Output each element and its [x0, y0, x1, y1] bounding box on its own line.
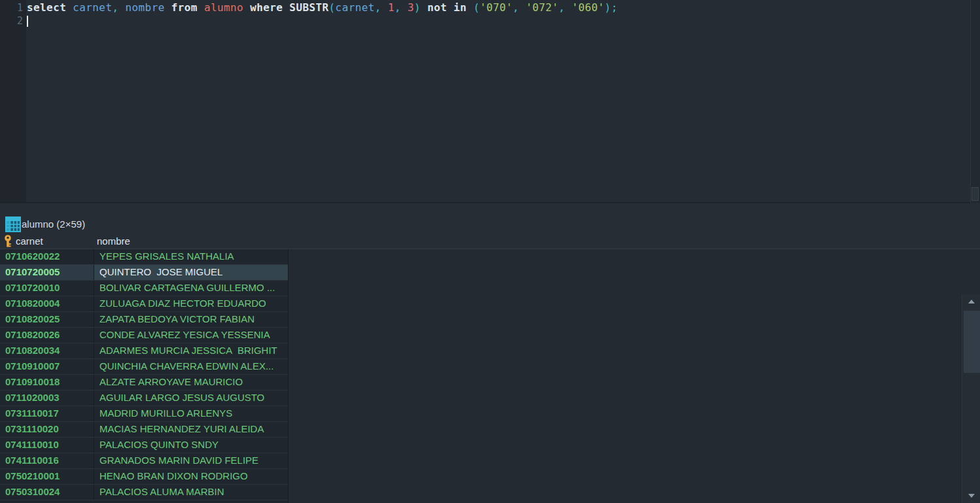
table-row[interactable]: 0710620022YEPES GRISALES NATHALIA	[0, 249, 288, 265]
editor-code-area[interactable]: select carnet, nombre from alumno where …	[26, 0, 980, 202]
sql-token-kw: from	[165, 1, 204, 14]
text-cursor	[27, 16, 28, 27]
cell-nombre[interactable]: MADRID MURILLO ARLENYS	[94, 406, 288, 421]
table-row[interactable]: 0710820025ZAPATA BEDOYA VICTOR FABIAN	[0, 312, 288, 328]
cell-nombre[interactable]: QUINTERO JOSE MIGUEL	[94, 265, 288, 280]
cell-nombre[interactable]: ZULUAGA DIAZ HECTOR EDUARDO	[94, 296, 288, 311]
column-header-nombre[interactable]: nombre	[94, 233, 288, 249]
cell-nombre[interactable]: PALACIOS ALUMA MARBIN	[94, 485, 288, 500]
results-panel: alumno (2×59) carnet nombre 0710620022YE…	[0, 203, 980, 503]
cell-nombre[interactable]: AGUILAR LARGO JESUS AUGUSTO	[94, 390, 288, 406]
sql-token-p: ,	[375, 1, 388, 14]
table-row[interactable]: 0731110017MADRID MURILLO ARLENYS	[0, 406, 288, 422]
sql-token-tbl: alumno	[204, 1, 243, 14]
cell-carnet[interactable]: 0741110010	[0, 438, 94, 453]
cell-nombre[interactable]: HENAO BRAN DIXON RODRIGO	[94, 469, 288, 484]
sql-token-kw: SUBSTR	[289, 1, 328, 14]
editor-scrollbar-thumb[interactable]	[971, 187, 979, 201]
cell-carnet[interactable]: 0710910018	[0, 375, 94, 390]
results-vertical-scrollbar[interactable]	[962, 294, 980, 503]
scroll-down-arrow[interactable]	[962, 489, 980, 503]
cell-carnet[interactable]: 0710820034	[0, 343, 94, 358]
grid-rows: 0710620022YEPES GRISALES NATHALIA0710720…	[0, 249, 289, 503]
table-row[interactable]: 0731110020MACIAS HERNANDEZ YURI ALEIDA	[0, 422, 288, 438]
cell-nombre[interactable]: QUINCHIA CHAVERRA EDWIN ALEX...	[94, 359, 288, 374]
table-grid-icon	[5, 217, 21, 232]
cell-nombre[interactable]: YEPES GRISALES NATHALIA	[94, 249, 288, 264]
column-header-carnet-label: carnet	[16, 235, 43, 247]
column-header-carnet[interactable]: carnet	[0, 233, 94, 249]
sql-token-p: ,	[112, 1, 125, 14]
sql-token-id: carnet	[336, 1, 375, 14]
table-row[interactable]: 0710720010BOLIVAR CARTAGENA GUILLERMO ..…	[0, 281, 288, 296]
column-header-nombre-label: nombre	[97, 235, 130, 247]
cell-nombre[interactable]: PALACIOS QUINTO SNDY	[94, 438, 288, 453]
grid-column-headers: carnet nombre	[0, 233, 980, 249]
table-row[interactable]: 0710910007QUINCHIA CHAVERRA EDWIN ALEX..…	[0, 359, 288, 375]
sql-token-kw: select	[27, 1, 73, 14]
cell-carnet[interactable]: 0750310024	[0, 485, 94, 500]
cell-nombre[interactable]: CONDE ALVAREZ YESICA YESSENIA	[94, 328, 288, 343]
sql-client-window: 12 select carnet, nombre from alumno whe…	[0, 0, 980, 503]
editor-gutter: 12	[0, 0, 26, 202]
code-line[interactable]	[27, 14, 980, 27]
cell-carnet[interactable]: 0710720005	[0, 265, 94, 280]
sql-token-kw: where	[243, 1, 289, 14]
sql-token-id: carnet	[73, 1, 112, 14]
sql-token-str: '060'	[572, 1, 604, 14]
table-row[interactable]: 0750210001HENAO BRAN DIXON RODRIGO	[0, 469, 288, 485]
cell-carnet[interactable]: 0731110020	[0, 422, 94, 437]
table-row[interactable]: 0710820034ADARMES MURCIA JESSICA BRIGHIT	[0, 343, 288, 359]
primary-key-icon	[3, 235, 12, 247]
cell-nombre[interactable]: ALZATE ARROYAVE MAURICIO	[94, 375, 288, 390]
cell-carnet[interactable]: 0750210001	[0, 469, 94, 484]
sql-token-p: )	[414, 1, 427, 14]
line-number: 1	[0, 1, 23, 14]
sql-token-p: ,	[394, 1, 408, 14]
editor-scrollbar[interactable]	[970, 0, 980, 203]
table-row[interactable]: 0710820026CONDE ALVAREZ YESICA YESSENIA	[0, 328, 288, 343]
sql-token-p: (	[473, 1, 480, 14]
sql-token-num: 1	[388, 1, 394, 14]
table-row[interactable]: 0741110010PALACIOS QUINTO SNDY	[0, 438, 288, 453]
sql-token-p: ,	[559, 1, 572, 14]
table-row[interactable]: 0710720005QUINTERO JOSE MIGUEL	[0, 265, 288, 281]
scrollbar-thumb[interactable]	[964, 311, 980, 373]
sql-token-kw: not in	[427, 1, 473, 14]
sql-token-p: )	[604, 1, 611, 14]
cell-carnet[interactable]: 0731110017	[0, 406, 94, 421]
sql-editor[interactable]: 12 select carnet, nombre from alumno whe…	[0, 0, 980, 203]
sql-token-p: ,	[513, 1, 526, 14]
line-number: 2	[0, 14, 23, 27]
scroll-up-arrow[interactable]	[962, 294, 980, 309]
results-tab[interactable]: alumno (2×59)	[0, 203, 980, 233]
table-row[interactable]: 0750310024PALACIOS ALUMA MARBIN	[0, 485, 288, 500]
sql-token-str: '070'	[480, 1, 512, 14]
cell-nombre[interactable]: BOLIVAR CARTAGENA GUILLERMO ...	[94, 281, 288, 296]
cell-nombre[interactable]: ADARMES MURCIA JESSICA BRIGHIT	[94, 343, 288, 358]
code-line[interactable]: select carnet, nombre from alumno where …	[27, 1, 980, 14]
results-tab-label: alumno (2×59)	[22, 217, 85, 232]
sql-token-p: (	[329, 1, 336, 14]
cell-nombre[interactable]: ZAPATA BEDOYA VICTOR FABIAN	[94, 312, 288, 327]
table-row[interactable]: 0710910018ALZATE ARROYAVE MAURICIO	[0, 375, 288, 390]
cell-carnet[interactable]: 0710820004	[0, 296, 94, 311]
cell-carnet[interactable]: 0710620022	[0, 249, 94, 264]
table-row[interactable]: 0711020003AGUILAR LARGO JESUS AUGUSTO	[0, 390, 288, 406]
cell-carnet[interactable]: 0710820025	[0, 312, 94, 327]
cell-nombre[interactable]: MACIAS HERNANDEZ YURI ALEIDA	[94, 422, 288, 437]
table-row[interactable]: 0710820004ZULUAGA DIAZ HECTOR EDUARDO	[0, 296, 288, 312]
cell-carnet[interactable]: 0710910007	[0, 359, 94, 374]
sql-token-str: '072'	[526, 1, 559, 14]
cell-carnet[interactable]: 0711020003	[0, 390, 94, 406]
cell-carnet[interactable]: 0741110016	[0, 453, 94, 468]
table-row[interactable]: 0741110016GRANADOS MARIN DAVID FELIPE	[0, 453, 288, 469]
sql-token-id: nombre	[126, 1, 165, 14]
sql-token-num: 3	[408, 1, 414, 14]
cell-carnet[interactable]: 0710720010	[0, 281, 94, 296]
scroll-down-glyph	[968, 494, 975, 498]
sql-token-p: ;	[611, 1, 618, 14]
cell-carnet[interactable]: 0710820026	[0, 328, 94, 343]
cell-nombre[interactable]: GRANADOS MARIN DAVID FELIPE	[94, 453, 288, 468]
scroll-up-glyph	[968, 300, 975, 304]
